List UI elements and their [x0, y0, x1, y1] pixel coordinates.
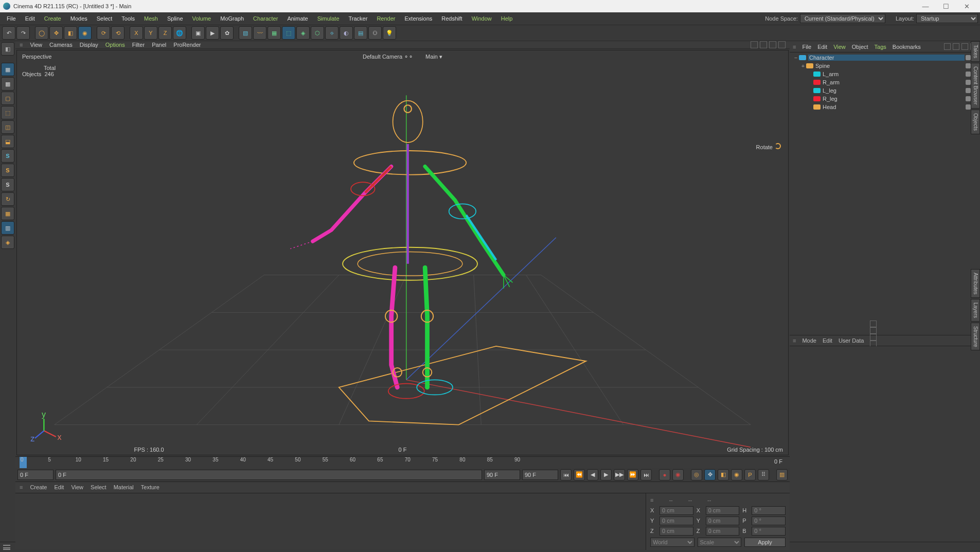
- x-axis-lock[interactable]: X: [130, 26, 143, 40]
- key-rot-button[interactable]: ◉: [731, 469, 742, 480]
- timeline-ruler[interactable]: /* ticks will be generated below by bind…: [15, 457, 790, 468]
- menu-extensions[interactable]: Extensions: [400, 15, 437, 22]
- key-pos-button[interactable]: ✥: [704, 469, 716, 480]
- keyframe-selection-button[interactable]: ◎: [691, 469, 702, 480]
- menu-create[interactable]: Create: [40, 15, 66, 22]
- coord-y-pos[interactable]: 0 cm: [660, 517, 693, 525]
- obj-search-icon[interactable]: [944, 43, 951, 50]
- mat-menu-texture[interactable]: Texture: [141, 484, 159, 490]
- viewport[interactable]: Perspective Total Objects 246 Default Ca…: [16, 50, 789, 455]
- goto-end-button[interactable]: ⏭: [640, 469, 652, 480]
- make-editable-button[interactable]: ◧: [1, 42, 14, 56]
- z-axis-lock[interactable]: Z: [158, 26, 172, 40]
- quantize-button[interactable]: S: [1, 178, 14, 191]
- subdivision-button[interactable]: ⬚: [282, 26, 295, 40]
- cube-primitive-button[interactable]: ▧: [239, 26, 252, 40]
- obj-filter-icon[interactable]: [953, 43, 959, 50]
- repeat-tool-button[interactable]: ⟲: [111, 26, 124, 40]
- vmenu-view[interactable]: View: [30, 42, 42, 48]
- menu-redshift[interactable]: Redshift: [437, 15, 467, 22]
- rtab-objects[interactable]: Objects: [971, 110, 980, 134]
- window-maximize-button[interactable]: ☐: [936, 3, 956, 10]
- radial-workplane-button[interactable]: ◈: [1, 236, 14, 249]
- tree-item-head[interactable]: Head: [791, 103, 979, 111]
- omenu-tags[interactable]: Tags: [875, 44, 886, 50]
- scale-tool[interactable]: ◧: [64, 26, 77, 40]
- vmenu-prorender[interactable]: ProRender: [173, 42, 201, 48]
- deformer-button[interactable]: ◈: [296, 26, 310, 40]
- menu-modes[interactable]: Modes: [66, 15, 92, 22]
- key-scale-button[interactable]: ◧: [718, 469, 729, 480]
- end-frame-input[interactable]: [522, 470, 558, 480]
- vmenu-panel[interactable]: Panel: [152, 42, 166, 48]
- coord-z-size[interactable]: 0 cm: [706, 527, 740, 536]
- linear-workplane-button[interactable]: ▥: [1, 221, 14, 235]
- goto-next-key-button[interactable]: ⏩: [627, 469, 638, 480]
- object-hierarchy-tree[interactable]: −Character+SpineL_armR_armL_legR_legHead: [790, 52, 980, 335]
- expand-toggle[interactable]: +: [800, 63, 806, 69]
- viewport-rotate-icon[interactable]: [769, 41, 776, 48]
- viewport-maximize-icon[interactable]: [778, 41, 786, 48]
- texture-mode-button[interactable]: ▩: [1, 77, 14, 91]
- vmenu-display[interactable]: Display: [80, 42, 98, 48]
- prev-frame-button[interactable]: ◀: [587, 469, 598, 480]
- layer-toggle[interactable]: [966, 96, 971, 101]
- menu-file[interactable]: File: [2, 15, 21, 22]
- live-selection-tool[interactable]: ◯: [35, 26, 48, 40]
- vmenu-options[interactable]: Options: [105, 42, 125, 48]
- mograph-button[interactable]: ⬡: [311, 26, 324, 40]
- undo-button[interactable]: ↶: [2, 26, 15, 40]
- viewport-zoom-icon[interactable]: [760, 41, 767, 48]
- layer-toggle[interactable]: [966, 72, 971, 77]
- mat-menu-material[interactable]: Material: [114, 484, 134, 490]
- play-button[interactable]: ▶: [600, 469, 612, 480]
- material-manager-body[interactable]: ≡ ------ X0 cmX0 cmH0 ° Y0 cmY0 cmP0 ° Z…: [15, 493, 790, 549]
- coord-y-size[interactable]: 0 cm: [706, 517, 740, 525]
- menu-edit[interactable]: Edit: [21, 15, 40, 22]
- window-minimize-button[interactable]: —: [915, 3, 936, 10]
- obj-path-icon[interactable]: [961, 43, 968, 50]
- point-mode-button[interactable]: ⬚: [1, 106, 14, 119]
- menu-character[interactable]: Character: [248, 15, 282, 22]
- omenu-file[interactable]: File: [802, 44, 811, 50]
- layout-select[interactable]: Startup: [916, 14, 978, 23]
- menu-volume[interactable]: Volume: [188, 15, 216, 22]
- coord-apply-button[interactable]: Apply: [744, 538, 786, 547]
- menu-mograph[interactable]: MoGraph: [216, 15, 248, 22]
- tree-item-character[interactable]: −Character: [791, 54, 979, 62]
- menu-window[interactable]: Window: [467, 15, 496, 22]
- menu-tools[interactable]: Tools: [117, 15, 139, 22]
- tree-item-spine[interactable]: +Spine: [791, 62, 979, 70]
- bulb-button[interactable]: 💡: [383, 26, 396, 40]
- viewport-default-camera-label[interactable]: Default Camera ⚬⚬: [363, 54, 413, 60]
- layer-toggle[interactable]: [966, 55, 971, 60]
- render-picture-viewer-button[interactable]: ▶: [206, 26, 219, 40]
- expand-toggle[interactable]: −: [793, 55, 799, 61]
- workplane-mode-button[interactable]: ▢: [1, 92, 14, 105]
- rtab-content[interactable]: Content Browser: [971, 63, 980, 108]
- omenu-view[interactable]: View: [833, 44, 846, 50]
- key-pla-button[interactable]: ⠿: [758, 469, 769, 480]
- move-tool[interactable]: ✥: [49, 26, 63, 40]
- mat-menu-view[interactable]: View: [71, 484, 83, 490]
- tree-item-r_leg[interactable]: R_leg: [791, 95, 979, 103]
- record-button[interactable]: ●: [659, 469, 670, 480]
- menu-help[interactable]: Help: [496, 15, 518, 22]
- attr-mode[interactable]: Mode: [802, 337, 816, 344]
- planar-workplane-button[interactable]: ▦: [1, 207, 14, 220]
- menu-render[interactable]: Render: [372, 15, 400, 22]
- goto-prev-key-button[interactable]: ⏪: [574, 469, 585, 480]
- rotate-tool[interactable]: ◉: [78, 26, 92, 40]
- rtab-attrs[interactable]: Attributes: [971, 269, 980, 298]
- locked-workplane-button[interactable]: ↻: [1, 192, 14, 206]
- layer-toggle[interactable]: [966, 80, 971, 85]
- attr-up-icon[interactable]: [870, 327, 877, 334]
- coord-p-rot[interactable]: 0 °: [752, 517, 786, 525]
- render-settings-button[interactable]: ✿: [220, 26, 234, 40]
- statusbar-menu-icon[interactable]: [3, 545, 10, 550]
- layer-toggle[interactable]: [966, 63, 971, 68]
- menu-animate[interactable]: Animate: [282, 15, 312, 22]
- camera-button[interactable]: ⎆: [325, 26, 338, 40]
- window-close-button[interactable]: ✕: [956, 3, 977, 10]
- omenu-object[interactable]: Object: [852, 44, 868, 50]
